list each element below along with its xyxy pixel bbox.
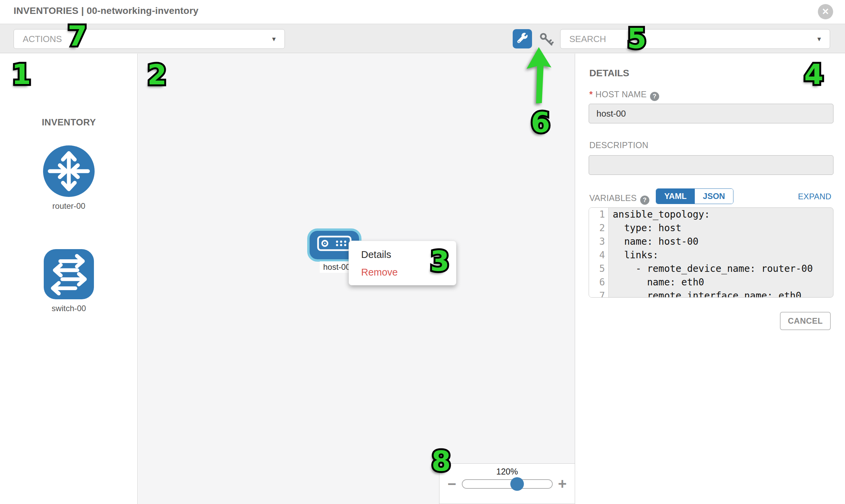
required-marker: *: [589, 89, 593, 99]
description-input[interactable]: [589, 155, 833, 175]
details-panel: DETAILS *HOST NAME? DESCRIPTION VARIABLE…: [576, 54, 845, 504]
code-line: 7 remote_interface_name: eth0: [589, 289, 833, 298]
code-line: 4 links:: [589, 249, 833, 262]
zoom-control-panel: 120% − +: [439, 463, 575, 504]
actions-dropdown[interactable]: ACTIONS ▾: [14, 29, 285, 49]
close-icon[interactable]: ✕: [818, 4, 833, 19]
page-title: INVENTORIES | 00-networking-inventory: [14, 5, 198, 16]
toggle-json[interactable]: JSON: [695, 189, 733, 204]
context-menu-item-remove[interactable]: Remove: [349, 263, 456, 281]
wrench-icon: [517, 33, 528, 45]
page-header: INVENTORIES | 00-networking-inventory ✕: [0, 0, 845, 24]
zoom-out-button[interactable]: −: [447, 478, 456, 490]
wrench-button[interactable]: [513, 29, 532, 49]
code-line: 3 name: host-00: [589, 235, 833, 249]
zoom-slider[interactable]: [462, 479, 553, 489]
palette-item-router[interactable]: router-00: [0, 145, 138, 211]
palette-item-switch[interactable]: switch-00: [0, 249, 138, 313]
variables-label: VARIABLES?: [589, 193, 649, 205]
variables-code-editor[interactable]: 1ansible_topology: 2 type: host 3 name: …: [589, 208, 833, 298]
toolbar: ACTIONS ▾ SEARCH ▾: [0, 24, 845, 53]
help-icon[interactable]: ?: [640, 196, 649, 205]
code-line: 1ansible_topology:: [589, 208, 833, 221]
code-line: 6 name: eth0: [589, 275, 833, 289]
cancel-button[interactable]: CANCEL: [780, 312, 831, 330]
router-icon: [43, 145, 94, 198]
zoom-slider-thumb[interactable]: [510, 477, 524, 491]
topology-canvas[interactable]: host-00 Details Remove 120% − +: [138, 54, 575, 504]
details-panel-title: DETAILS: [589, 68, 629, 79]
palette-item-label: router-00: [0, 201, 138, 211]
key-icon[interactable]: [539, 32, 554, 47]
description-label: DESCRIPTION: [589, 140, 648, 150]
zoom-in-button[interactable]: +: [558, 478, 567, 490]
chevron-down-icon: ▾: [817, 35, 821, 43]
switch-icon: [44, 249, 94, 301]
expand-link[interactable]: EXPAND: [798, 192, 831, 201]
chevron-down-icon: ▾: [272, 35, 276, 43]
host-name-input[interactable]: [589, 104, 833, 123]
search-dropdown[interactable]: SEARCH ▾: [560, 29, 830, 49]
inventory-sidebar: INVENTORY router-00: [0, 54, 138, 504]
context-menu-item-details[interactable]: Details: [349, 246, 456, 263]
code-line: 2 type: host: [589, 221, 833, 235]
search-dropdown-label: SEARCH: [569, 34, 606, 44]
host-name-label: *HOST NAME?: [589, 89, 659, 101]
palette-item-label: switch-00: [0, 304, 138, 313]
help-icon[interactable]: ?: [650, 92, 659, 101]
sidebar-title: INVENTORY: [0, 117, 138, 128]
node-context-menu: Details Remove: [349, 241, 456, 285]
inventory-topology-page: INVENTORIES | 00-networking-inventory ✕ …: [0, 0, 845, 504]
actions-dropdown-label: ACTIONS: [23, 34, 62, 44]
host-icon: [317, 231, 352, 253]
zoom-level-value: 120%: [439, 467, 575, 476]
toggle-yaml[interactable]: YAML: [656, 189, 695, 204]
code-line: 5 - remote_device_name: router-00: [589, 262, 833, 275]
variables-format-toggle: YAML JSON: [656, 188, 734, 204]
